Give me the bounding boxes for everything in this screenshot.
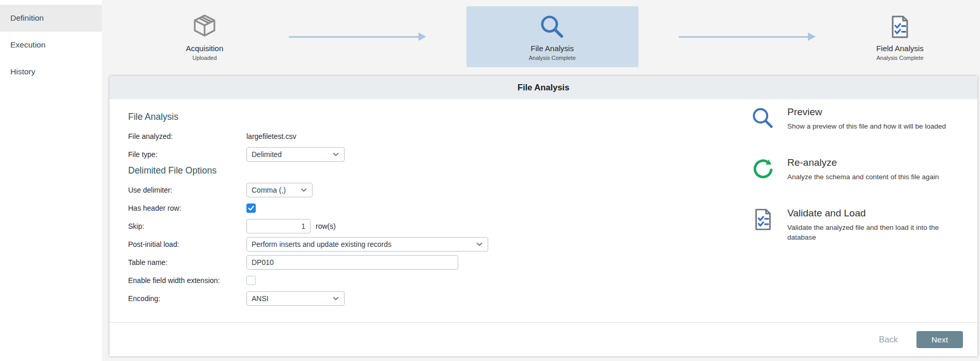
sidebar-item-definition[interactable]: Definition: [0, 5, 102, 32]
step-field-analysis[interactable]: Field Analysis Analysis Complete: [856, 6, 944, 67]
sidebar-item-label: Execution: [10, 40, 45, 50]
action-title: Validate and Load: [787, 208, 969, 219]
reanalyze-action[interactable]: Re-analyze Analyze the schema and conten…: [750, 157, 977, 182]
file-analyzed-value: largefiletest.csv: [246, 132, 296, 140]
sidebar-item-execution[interactable]: Execution: [0, 32, 102, 58]
panel-footer: Back Next: [110, 322, 977, 356]
use-delimiter-label: Use delimiter:: [128, 186, 246, 194]
step-connector-arrow: [289, 6, 426, 67]
chevron-down-icon: [332, 151, 339, 158]
encoding-row: Encoding: ANSI: [128, 291, 977, 306]
post-initial-load-select[interactable]: Perform inserts and update existing reco…: [246, 237, 488, 252]
next-button[interactable]: Next: [916, 331, 963, 348]
sidebar: Definition Execution History: [0, 0, 102, 361]
main-area: Acquisition Uploaded File Analysis Analy…: [102, 0, 980, 361]
app-root: Definition Execution History: [0, 0, 980, 361]
use-delimiter-select[interactable]: Comma (,): [246, 183, 313, 197]
step-connector-arrow: [679, 6, 816, 67]
field-width-extension-checkbox[interactable]: [246, 276, 256, 285]
checklist-document-icon: [888, 13, 912, 41]
post-initial-load-selected-value: Perform inserts and update existing reco…: [252, 240, 392, 248]
panel-header: File Analysis: [110, 76, 977, 99]
file-type-selected-value: Delimited: [252, 150, 282, 159]
sidebar-item-label: Definition: [10, 13, 44, 23]
step-acquisition[interactable]: Acquisition Uploaded: [161, 6, 248, 67]
post-initial-load-label: Post-initial load:: [128, 240, 246, 248]
action-list: Preview Show a preview of this file and …: [750, 106, 977, 268]
action-description: Validate the analyzed file and then load…: [787, 223, 969, 242]
action-description: Show a preview of this file and how it w…: [787, 122, 946, 131]
preview-action[interactable]: Preview Show a preview of this file and …: [750, 106, 977, 131]
encoding-select[interactable]: ANSI: [246, 291, 345, 306]
checklist-document-icon: [750, 208, 776, 242]
use-delimiter-selected-value: Comma (,): [252, 186, 286, 194]
field-width-extension-row: Enable field width extension:: [128, 273, 977, 288]
file-analyzed-label: File analyzed:: [128, 132, 246, 140]
has-header-checkbox[interactable]: [246, 203, 256, 213]
step-status: Uploaded: [192, 55, 216, 61]
file-analysis-panel: File Analysis File Analysis File analyze…: [110, 76, 977, 356]
field-width-extension-label: Enable field width extension:: [128, 276, 246, 285]
sidebar-item-history[interactable]: History: [0, 58, 102, 85]
table-name-input[interactable]: [246, 255, 458, 270]
chevron-down-icon: [332, 295, 339, 302]
skip-suffix: row(s): [316, 222, 336, 230]
sidebar-item-label: History: [10, 67, 35, 76]
encoding-selected-value: ANSI: [252, 294, 269, 303]
step-label: Field Analysis: [876, 44, 924, 53]
action-title: Re-analyze: [787, 157, 939, 168]
step-file-analysis[interactable]: File Analysis Analysis Complete: [466, 6, 639, 67]
has-header-label: Has header row:: [128, 204, 246, 212]
encoding-label: Encoding:: [128, 294, 246, 303]
file-type-label: File type:: [128, 150, 246, 159]
panel-body: File Analysis File analyzed: largefilete…: [110, 99, 977, 356]
refresh-icon: [750, 157, 776, 182]
chevron-down-icon: [476, 241, 483, 248]
table-name-label: Table name:: [128, 258, 246, 266]
action-title: Preview: [787, 106, 946, 118]
wizard-stepper: Acquisition Uploaded File Analysis Analy…: [102, 0, 980, 67]
magnifier-icon: [539, 13, 565, 41]
magnifier-icon: [750, 106, 776, 131]
validate-load-action[interactable]: Validate and Load Validate the analyzed …: [750, 208, 977, 242]
check-icon: [247, 205, 255, 212]
back-button[interactable]: Back: [876, 334, 901, 345]
chevron-down-icon: [300, 186, 307, 194]
package-icon: [191, 13, 218, 41]
step-label: Acquisition: [186, 44, 224, 53]
step-label: File Analysis: [531, 44, 573, 53]
step-status: Analysis Complete: [528, 55, 575, 61]
file-type-select[interactable]: Delimited: [246, 147, 345, 162]
panel-title: File Analysis: [518, 83, 569, 92]
skip-label: Skip:: [128, 222, 246, 230]
skip-rows-input[interactable]: [246, 219, 310, 233]
step-status: Analysis Complete: [876, 55, 923, 61]
action-description: Analyze the schema and content of this f…: [787, 172, 939, 182]
